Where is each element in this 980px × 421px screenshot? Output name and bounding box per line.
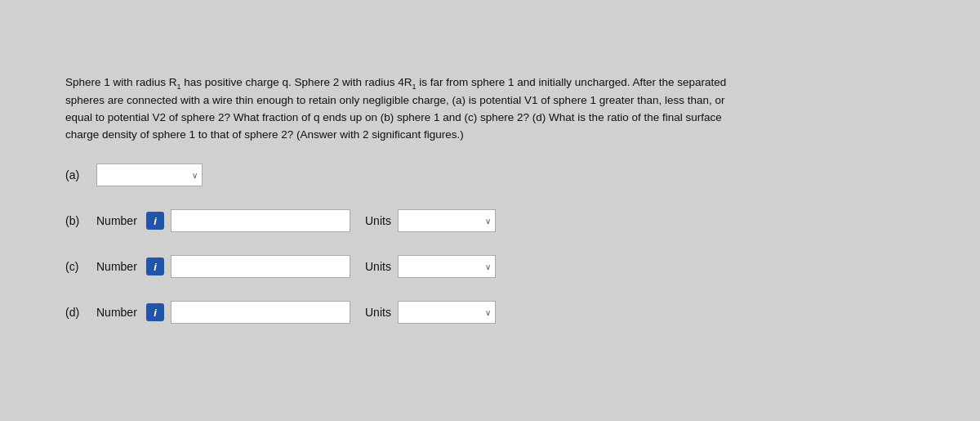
part-b-info-button[interactable]: i — [146, 212, 164, 230]
part-c: (c) Number i Units — [65, 255, 915, 278]
part-d-number-input[interactable] — [171, 301, 350, 324]
part-a-label: (a) — [65, 168, 90, 181]
part-a-dropdown[interactable]: greater than less than equal to — [96, 163, 203, 186]
part-b-label: (b) — [65, 214, 90, 227]
part-b: (b) Number i Units — [65, 209, 915, 232]
part-c-info-button[interactable]: i — [146, 258, 164, 275]
part-d: (d) Number i Units — [65, 301, 915, 324]
part-d-info-button[interactable]: i — [146, 303, 164, 321]
part-b-units-wrapper[interactable] — [398, 209, 496, 232]
part-a: (a) greater than less than equal to — [65, 163, 915, 186]
part-c-label: (c) — [65, 260, 90, 273]
part-d-units-label: Units — [365, 306, 391, 319]
part-c-number-label: Number — [96, 260, 141, 273]
part-a-dropdown-wrapper[interactable]: greater than less than equal to — [96, 163, 203, 186]
part-d-number-label: Number — [96, 306, 141, 319]
part-b-number-input[interactable] — [171, 209, 350, 232]
part-c-units-label: Units — [365, 260, 391, 273]
part-b-units-label: Units — [365, 214, 391, 227]
part-d-units-dropdown[interactable] — [398, 301, 496, 324]
problem-text: Sphere 1 with radius R1 has positive cha… — [65, 74, 915, 144]
part-b-units-dropdown[interactable] — [398, 209, 496, 232]
part-b-number-label: Number — [96, 214, 141, 227]
part-c-units-dropdown[interactable] — [398, 255, 496, 278]
part-c-number-input[interactable] — [171, 255, 350, 278]
part-d-units-wrapper[interactable] — [398, 301, 496, 324]
main-container: Sphere 1 with radius R1 has positive cha… — [41, 58, 939, 363]
part-d-label: (d) — [65, 306, 90, 319]
part-c-units-wrapper[interactable] — [398, 255, 496, 278]
